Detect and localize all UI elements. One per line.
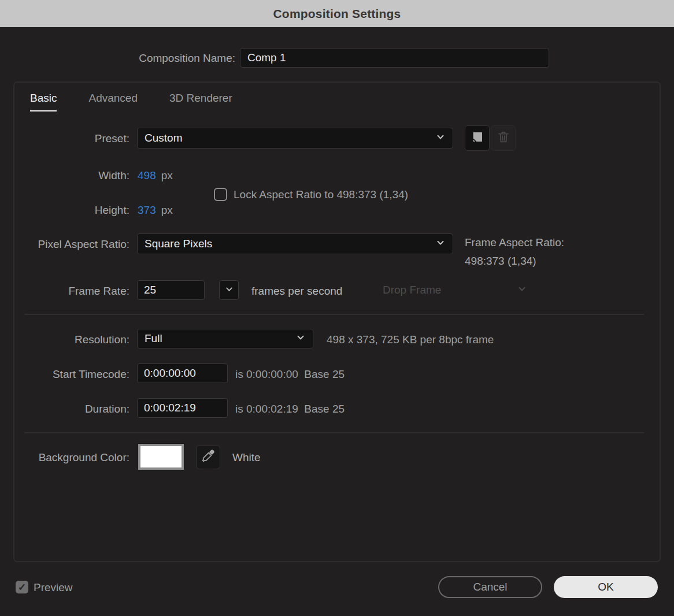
preset-label: Preset: xyxy=(14,132,129,145)
check-icon: ✓ xyxy=(18,581,26,593)
resolution-value: Full xyxy=(145,332,162,345)
frame-rate-label: Frame Rate: xyxy=(14,285,129,298)
settings-panel: Basic Advanced 3D Renderer Preset: Custo… xyxy=(13,81,661,562)
chevron-down-icon xyxy=(295,332,306,346)
dialog-titlebar: Composition Settings xyxy=(0,0,674,27)
pixel-aspect-ratio-dropdown[interactable]: Square Pixels xyxy=(137,233,453,254)
cancel-button[interactable]: Cancel xyxy=(438,576,542,598)
duration-input[interactable] xyxy=(137,398,228,418)
drop-frame-value: Drop Frame xyxy=(383,284,441,296)
eyedropper-icon xyxy=(201,448,216,466)
background-color-label: Background Color: xyxy=(14,451,129,464)
tab-3d-renderer[interactable]: 3D Renderer xyxy=(169,92,232,112)
composition-name-input[interactable] xyxy=(240,48,549,68)
divider xyxy=(24,432,644,433)
chevron-down-icon xyxy=(517,284,527,296)
delete-preset-button[interactable] xyxy=(491,125,516,151)
height-value-group: 373 px xyxy=(138,204,173,217)
eyedropper-button[interactable] xyxy=(196,445,220,469)
save-preset-button[interactable] xyxy=(465,125,490,151)
resolution-info: 498 x 373, 725 KB per 8bpc frame xyxy=(327,333,494,346)
tab-bar: Basic Advanced 3D Renderer xyxy=(30,92,232,112)
lock-aspect-label: Lock Aspect Ratio to 498:373 (1,34) xyxy=(234,188,408,201)
divider xyxy=(24,314,644,315)
chevron-down-icon xyxy=(224,284,234,296)
duration-label: Duration: xyxy=(14,403,129,415)
frame-rate-dropdown-button[interactable] xyxy=(219,280,239,300)
chevron-down-icon xyxy=(435,132,446,145)
ok-button[interactable]: OK xyxy=(554,576,658,598)
pixel-aspect-ratio-label: Pixel Aspect Ratio: xyxy=(14,238,129,251)
width-value-group: 498 px xyxy=(138,169,173,182)
background-color-name: White xyxy=(232,451,261,464)
frame-rate-input[interactable] xyxy=(137,280,205,300)
lock-aspect-row: Lock Aspect Ratio to 498:373 (1,34) xyxy=(214,188,408,201)
width-value[interactable]: 498 xyxy=(138,169,156,182)
start-timecode-info: is 0:00:00:00 Base 25 xyxy=(235,368,345,381)
width-unit: px xyxy=(161,169,173,182)
chevron-down-icon xyxy=(435,238,446,251)
tab-advanced[interactable]: Advanced xyxy=(88,92,138,112)
preset-dropdown[interactable]: Custom xyxy=(137,128,453,149)
background-color-swatch[interactable] xyxy=(138,444,184,470)
drop-frame-dropdown: Drop Frame xyxy=(383,280,527,300)
tab-basic[interactable]: Basic xyxy=(30,92,57,112)
height-label: Height: xyxy=(14,204,129,217)
frame-aspect-ratio-label: Frame Aspect Ratio: xyxy=(465,236,564,249)
height-value[interactable]: 373 xyxy=(138,204,156,217)
dialog-title: Composition Settings xyxy=(273,7,401,21)
height-unit: px xyxy=(161,204,173,217)
frame-aspect-ratio-block: Frame Aspect Ratio: 498:373 (1,34) xyxy=(465,236,564,268)
resolution-label: Resolution: xyxy=(14,333,129,346)
pixel-aspect-ratio-value: Square Pixels xyxy=(145,238,212,250)
duration-info: is 0:00:02:19 Base 25 xyxy=(235,403,345,415)
preset-dropdown-value: Custom xyxy=(145,132,182,144)
lock-aspect-checkbox[interactable] xyxy=(214,188,227,201)
width-label: Width: xyxy=(14,169,129,182)
frame-rate-suffix: frames per second xyxy=(251,285,342,298)
resolution-dropdown[interactable]: Full xyxy=(137,329,313,348)
composition-name-label: Composition Name: xyxy=(0,52,235,65)
trash-icon xyxy=(497,130,510,146)
start-timecode-input[interactable] xyxy=(137,363,228,383)
preview-label: Preview xyxy=(34,581,73,594)
preview-checkbox[interactable]: ✓ xyxy=(16,581,28,593)
save-preset-icon xyxy=(470,130,484,147)
frame-aspect-ratio-value: 498:373 (1,34) xyxy=(465,255,564,268)
start-timecode-label: Start Timecode: xyxy=(14,368,129,381)
